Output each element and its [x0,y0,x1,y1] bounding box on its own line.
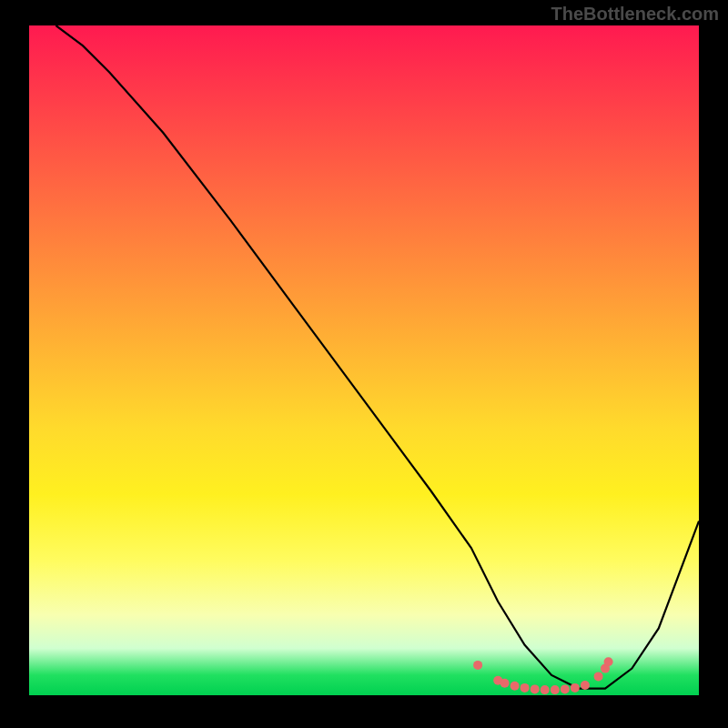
marker-dot [473,661,482,670]
bottleneck-curve [56,25,699,689]
marker-dot [571,683,580,693]
marker-dot [531,684,540,693]
marker-dot [594,672,603,681]
marker-dot [521,683,530,693]
marker-dot [500,679,510,688]
marker-dot [561,684,570,693]
marker-dot [581,681,590,690]
marker-dot [511,682,520,691]
marker-dot [604,657,613,666]
marker-dot [551,685,560,694]
marker-dot [541,685,550,694]
chart-svg [29,25,699,695]
watermark-text: TheBottleneck.com [551,4,719,25]
plot-area [29,25,699,695]
